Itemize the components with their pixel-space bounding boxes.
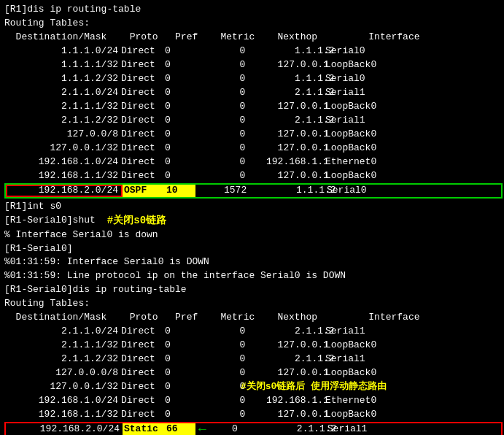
r1-serial0-prompt: [R1-Serial0] bbox=[1, 242, 503, 256]
table-row: 1.1.1.2/32 Direct 0 0 1.1.1.2 Serial0 bbox=[4, 72, 503, 86]
proto-static: Static bbox=[123, 423, 166, 435]
routing-table-1: 1.1.1.0/24 Direct 0 0 1.1.1.2 Serial0 1.… bbox=[1, 45, 503, 199]
table-row: 2.1.1.2/32 Direct 0 0 2.1.1.2 Serial1 bbox=[4, 114, 503, 128]
routing-tables-label-2: Routing Tables: bbox=[1, 297, 503, 311]
static-row: 192.168.2.0/24 Static 66 ← 0 2.1.1.2 Ser… bbox=[4, 422, 503, 435]
cmd-shut: [R1-Serial0]shut #关闭s0链路 bbox=[1, 213, 503, 228]
static-dest: 192.168.2.0/24 bbox=[6, 423, 123, 435]
table-row: 2.1.1.1/32 Direct 0 0 127.0.0.1 LoopBack… bbox=[4, 100, 503, 114]
table-row: 2.1.1.0/24 Direct 0 0 2.1.1.2 Serial1 bbox=[4, 325, 503, 339]
table-row: 1.1.1.0/24 Direct 0 0 1.1.1.2 Serial0 bbox=[4, 45, 503, 58]
routing-table-2: 2.1.1.0/24 Direct 0 0 2.1.1.2 Serial1 2.… bbox=[1, 325, 503, 435]
down-msg-2: %01:31:59: Line protocol ip on the inter… bbox=[1, 269, 503, 283]
table-row: 2.1.1.1/32 Direct 0 0 127.0.0.1 LoopBack… bbox=[4, 339, 503, 353]
annotation-after-close: #关闭s0链路后 bbox=[241, 380, 305, 394]
table-header-1: Destination/Mask Proto Pref Metric Nexth… bbox=[1, 31, 503, 45]
dest-redbox: 192.168.2.0/24 bbox=[6, 185, 123, 197]
table-row: 192.168.1.1/32 Direct 0 0 127.0.0.1 Loop… bbox=[4, 169, 503, 183]
table-row: 127.0.0.1/32 Direct 0 0 127.0.0.1 LoopBa… bbox=[4, 142, 503, 155]
down-msg-1: %01:31:59: Interface Serial0 is DOWN bbox=[1, 255, 503, 269]
table-row: 127.0.0.0/8 Direct 0 0 127.0.0.1 LoopBac… bbox=[4, 366, 503, 380]
pref-ospf: 10 bbox=[166, 185, 195, 197]
annotation-close-link: #关闭s0链路 bbox=[107, 213, 166, 228]
if-down-msg: % Interface Serial0 is down bbox=[1, 228, 503, 242]
dis-cmd-2: [R1-Serial0]dis ip routing-table bbox=[1, 283, 503, 297]
table-row: 127.0.0.1/32 Direct 0 0 #关闭s0链路后 使用浮动静态路… bbox=[4, 380, 503, 394]
ospf-row: 192.168.2.0/24 OSPF 10 1572 1.1.1.2 Seri… bbox=[4, 183, 503, 199]
table-row: 192.168.1.0/24 Direct 0 0 192.168.1.1 Et… bbox=[4, 155, 503, 169]
table-row: 192.168.1.1/32 Direct 0 0 127.0.0.1 Loop… bbox=[4, 408, 503, 422]
annotation-floating-static: 使用浮动静态路由 bbox=[311, 380, 387, 394]
green-arrow-icon: ← bbox=[198, 420, 206, 435]
table-row: 2.1.1.2/32 Direct 0 0 2.1.1.2 Serial1 bbox=[4, 353, 503, 366]
table-row: 2.1.1.0/24 Direct 0 0 2.1.1.2 Serial1 bbox=[4, 86, 503, 100]
table-row: 127.0.0/8 Direct 0 0 127.0.0.1 LoopBack0 bbox=[4, 128, 503, 142]
cmd-line-1: [R1]dis ip routing-table bbox=[1, 3, 503, 17]
routing-tables-label-1: Routing Tables: bbox=[1, 17, 503, 31]
pref-static: 66 bbox=[166, 423, 195, 435]
table-row: 1.1.1.1/32 Direct 0 0 127.0.0.1 LoopBack… bbox=[4, 58, 503, 72]
cmd-int: [R1]int s0 bbox=[1, 200, 503, 214]
table-row: 192.168.1.0/24 Direct 0 0 192.168.1.1 Et… bbox=[4, 394, 503, 408]
table-header-2: Destination/Mask Proto Pref Metric Nexth… bbox=[1, 311, 503, 325]
proto-ospf: OSPF bbox=[123, 185, 166, 197]
